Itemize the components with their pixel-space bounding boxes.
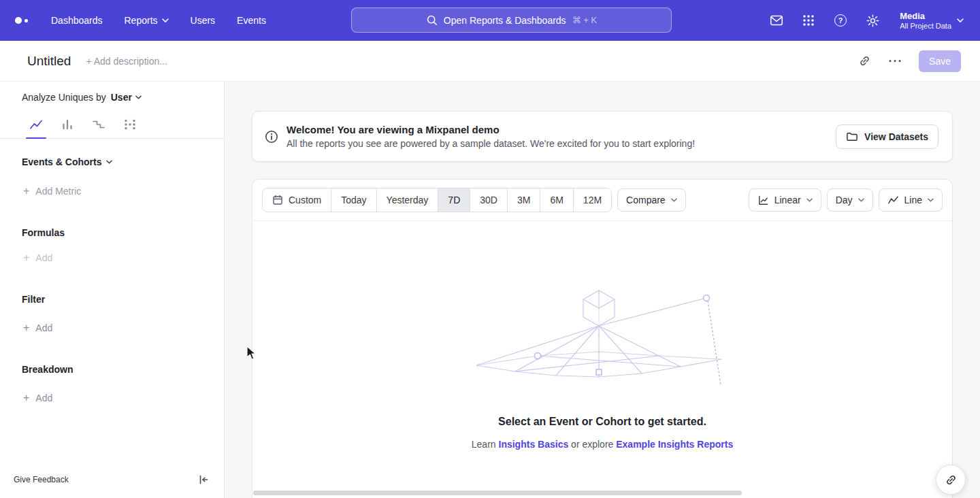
wireframe-illustration [473, 289, 732, 391]
mixpanel-logo[interactable] [15, 17, 28, 24]
interval-dropdown[interactable]: Day [827, 188, 873, 212]
insights-basics-link[interactable]: Insights Basics [499, 439, 569, 450]
copy-link-icon[interactable] [856, 53, 872, 69]
mail-icon[interactable] [769, 13, 784, 28]
chart-display-controls: Linear Day Line [743, 188, 943, 212]
plus-icon: + [23, 393, 29, 403]
link-icon [945, 474, 958, 486]
search-shortcut: ⌘ + K [572, 15, 598, 25]
tab-insights-chart[interactable] [20, 112, 52, 138]
help-icon[interactable]: ? [833, 13, 848, 28]
main-content: Welcome! You are viewing a Mixpanel demo… [225, 82, 980, 498]
add-breakdown-button[interactable]: + Add [0, 393, 224, 403]
breakdown-section: Breakdown [0, 364, 224, 375]
tab-funnel[interactable] [83, 112, 114, 138]
project-name: Media [900, 11, 951, 21]
tab-bar-chart[interactable] [52, 112, 83, 138]
compare-dropdown[interactable]: Compare [617, 188, 686, 212]
info-icon [265, 130, 278, 144]
empty-state-title: Select an Event or Cohort to get started… [252, 416, 952, 428]
empty-state-subtitle: Learn Insights Basics or explore Example… [252, 439, 952, 450]
range-12m-button[interactable]: 12M [573, 188, 611, 212]
plus-icon: + [23, 323, 29, 333]
chevron-down-icon [806, 198, 813, 202]
line-type-icon [887, 195, 899, 206]
nav-item-users[interactable]: Users [191, 15, 216, 26]
report-header: Untitled + Add description... ··· Save [0, 41, 980, 82]
chevron-down-icon [162, 18, 169, 22]
plus-icon: + [23, 186, 29, 196]
report-title[interactable]: Untitled [27, 54, 71, 69]
range-today-button[interactable]: Today [331, 188, 376, 212]
project-selector[interactable]: Media All Project Data [900, 11, 964, 31]
nav-right-cluster: ? Media All Project Data [769, 0, 964, 41]
chevron-down-icon [928, 198, 934, 202]
analyze-label: Analyze Uniques by [22, 92, 106, 103]
horizontal-scrollbar[interactable] [253, 491, 742, 495]
calendar-icon [272, 195, 283, 205]
header-actions: ··· Save [856, 50, 961, 72]
linear-axis-icon [757, 195, 769, 206]
add-metric-button[interactable]: + Add Metric [0, 186, 224, 197]
range-6m-button[interactable]: 6M [540, 188, 572, 212]
add-formula-button[interactable]: + Add [0, 252, 224, 263]
chart-toolbar: Custom Today Yesterday 7D 30D 3M 6M 12M … [252, 180, 952, 221]
example-insights-reports-link[interactable]: Example Insights Reports [616, 439, 733, 450]
events-cohorts-section[interactable]: Events & Cohorts [0, 156, 224, 167]
project-scope: All Project Data [900, 21, 951, 31]
formulas-section: Formulas [0, 227, 224, 238]
range-custom-button[interactable]: Custom [263, 188, 331, 212]
chevron-down-icon [106, 160, 112, 164]
settings-gear-icon[interactable] [865, 13, 880, 28]
banner-title: Welcome! You are viewing a Mixpanel demo [287, 124, 695, 135]
top-navigation: Dashboards Reports Users Events Open Rep… [0, 0, 980, 41]
primary-nav: Dashboards Reports Users Events [51, 15, 266, 26]
plus-icon: + [23, 253, 29, 263]
chart-empty-state: Select an Event or Cohort to get started… [252, 221, 952, 450]
chevron-down-icon [135, 95, 142, 99]
nav-item-events[interactable]: Events [237, 15, 266, 26]
save-button[interactable]: Save [919, 50, 961, 72]
date-range-segmented-control: Custom Today Yesterday 7D 30D 3M 6M 12M [262, 188, 612, 212]
analyze-uniques-row: Analyze Uniques by User [0, 82, 224, 103]
range-3m-button[interactable]: 3M [507, 188, 540, 212]
add-filter-button[interactable]: + Add [0, 322, 224, 333]
funnel-steps-icon [92, 118, 105, 131]
flows-dots-icon [123, 118, 137, 131]
logo-dot-icon [24, 19, 28, 22]
search-placeholder: Open Reports & Dashboards [444, 15, 566, 26]
global-search-button[interactable]: Open Reports & Dashboards ⌘ + K [351, 7, 672, 33]
nav-item-dashboards[interactable]: Dashboards [51, 15, 103, 26]
logo-dot-icon [15, 17, 22, 24]
range-30d-button[interactable]: 30D [470, 188, 507, 212]
metric-type-tabs [0, 112, 224, 139]
apps-grid-icon[interactable] [801, 13, 816, 28]
banner-subtitle: All the reports you see are powered by a… [287, 138, 695, 149]
scale-dropdown[interactable]: Linear [749, 188, 821, 212]
folder-icon [846, 131, 858, 142]
insights-report-card: Custom Today Yesterday 7D 30D 3M 6M 12M … [252, 179, 953, 498]
give-feedback-link[interactable]: Give Feedback [14, 475, 69, 484]
filter-section: Filter [0, 294, 224, 305]
bar-chart-icon [61, 118, 74, 131]
more-options-icon[interactable]: ··· [887, 53, 904, 69]
sidebar-footer: Give Feedback [0, 468, 224, 498]
view-datasets-button[interactable]: View Datasets [836, 124, 938, 149]
add-description-field[interactable]: + Add description... [86, 56, 167, 67]
chevron-down-icon [671, 198, 677, 202]
nav-item-reports[interactable]: Reports [125, 15, 169, 26]
range-yesterday-button[interactable]: Yesterday [376, 188, 438, 212]
share-link-fab[interactable] [936, 465, 966, 495]
chevron-down-icon [957, 18, 964, 22]
welcome-banner: Welcome! You are viewing a Mixpanel demo… [252, 111, 953, 162]
line-chart-icon [29, 118, 43, 131]
query-builder-sidebar: Analyze Uniques by User Events & Cohorts… [0, 82, 225, 498]
search-icon [426, 14, 438, 26]
chart-type-dropdown[interactable]: Line [879, 188, 943, 212]
analyze-value-dropdown[interactable]: User [111, 92, 142, 103]
chevron-down-icon [858, 198, 864, 202]
range-7d-button[interactable]: 7D [438, 188, 470, 212]
tab-flows[interactable] [114, 112, 146, 138]
collapse-sidebar-icon[interactable] [198, 474, 209, 485]
